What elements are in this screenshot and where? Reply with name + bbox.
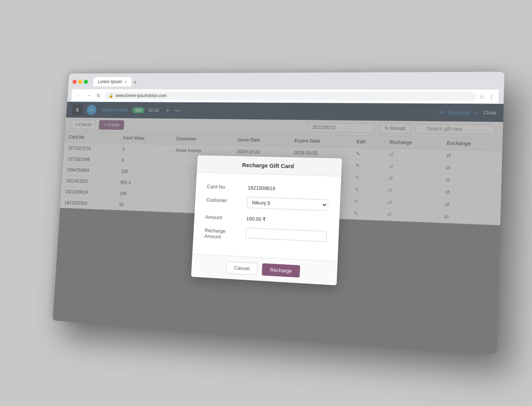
active-tab[interactable]: Lorem Ipsum ×: [93, 77, 132, 86]
minimize-window-btn[interactable]: [78, 80, 82, 84]
refresh-btn[interactable]: ↻: [95, 92, 102, 99]
tab-bar: Lorem Ipsum × +: [93, 76, 499, 86]
card-no-value: 1621509619: [248, 183, 275, 191]
browser-actions: ☆ ⋮: [479, 93, 494, 100]
amount-row: Amount 100.00 ₹: [205, 212, 328, 225]
lock-icon: 🔒: [109, 93, 114, 98]
amount-value: 100.00 ₹: [246, 214, 266, 222]
recharge-gift-card-modal: Recharge Gift Card Card No. 1621509619 C…: [191, 155, 342, 285]
modal-cancel-btn[interactable]: Cancel: [226, 261, 257, 275]
app-content: S ✎ Mitchell Admin 133 02:42 + — 👁 Produ…: [53, 102, 504, 355]
traffic-lights: [72, 80, 88, 84]
forward-btn[interactable]: →: [85, 92, 93, 99]
browser-window: Lorem Ipsum × + ← → ↻ 🔒 www.lorem-ipsumd…: [53, 72, 504, 354]
browser-toolbar: ← → ↻ 🔒 www.lorem-ipsumdolor.com ☆ ⋮: [71, 89, 499, 104]
tab-close-btn[interactable]: ×: [125, 80, 127, 84]
customer-select[interactable]: Nikunj S: [247, 197, 328, 211]
recharge-amount-input[interactable]: [245, 227, 327, 242]
new-tab-btn[interactable]: +: [131, 79, 139, 86]
modal-body: Card No. 1621509619 Customer Nikunj S Am…: [192, 172, 341, 261]
browser-chrome: Lorem Ipsum × + ← → ↻ 🔒 www.lorem-ipsumd…: [67, 72, 505, 104]
scene: Lorem Ipsum × + ← → ↻ 🔒 www.lorem-ipsumd…: [0, 0, 532, 406]
back-btn[interactable]: ←: [75, 92, 83, 99]
amount-label: Amount: [205, 212, 247, 221]
customer-row: Customer Nikunj S: [206, 195, 328, 211]
modal-title: Recharge Gift Card: [242, 162, 294, 169]
maximize-window-btn[interactable]: [84, 80, 88, 84]
card-no-label: Card No.: [207, 182, 248, 190]
tab-title: Lorem Ipsum: [98, 79, 122, 84]
menu-icon[interactable]: ⋮: [489, 93, 495, 100]
recharge-amount-row: RechargeAmount: [204, 226, 327, 244]
bookmark-icon[interactable]: ☆: [479, 93, 484, 100]
customer-label: Customer: [206, 195, 247, 204]
recharge-amount-label: RechargeAmount: [204, 226, 246, 241]
modal-overlay: Recharge Gift Card Card No. 1621509619 C…: [53, 102, 504, 355]
address-bar[interactable]: 🔒 www.lorem-ipsumdolor.com: [104, 91, 476, 101]
modal-recharge-btn[interactable]: Recharge: [262, 263, 300, 278]
card-no-row: Card No. 1621509619: [207, 182, 329, 193]
close-window-btn[interactable]: [72, 80, 77, 84]
url-text: www.lorem-ipsumdolor.com: [115, 93, 167, 98]
